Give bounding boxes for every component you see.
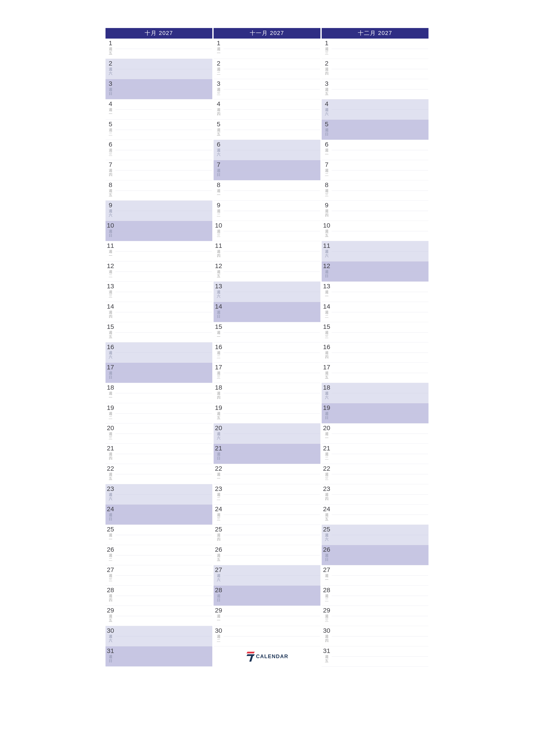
- day-label: 24週三: [214, 504, 223, 525]
- day-number: 25: [215, 526, 222, 533]
- day-row: 4週四: [214, 99, 320, 120]
- day-number: 28: [323, 586, 330, 594]
- day-row: 16週六: [106, 342, 212, 363]
- day-label: 1週三: [322, 39, 332, 59]
- day-label: 15週一: [214, 322, 223, 342]
- day-row: 8週五: [106, 180, 212, 201]
- day-content: [332, 99, 428, 120]
- day-row: 25週六: [322, 525, 428, 545]
- day-number: 22: [323, 465, 330, 472]
- day-label: 10週五: [322, 221, 332, 241]
- day-content: [115, 626, 212, 646]
- weekday-label: 週二: [109, 270, 113, 278]
- day-label: 25週六: [322, 525, 332, 545]
- weekday-label: 週一: [325, 432, 329, 440]
- day-number: 28: [107, 586, 114, 594]
- day-label: 18週六: [322, 383, 332, 403]
- day-row: 31週日: [106, 646, 212, 666]
- day-label: 29週一: [214, 606, 223, 626]
- weekday-label: 週三: [217, 88, 220, 96]
- days-container-0: 1週五2週六3週日4週一5週二6週三7週四8週五9週六10週日11週一12週二1…: [106, 39, 212, 666]
- day-row: 13週一: [322, 282, 428, 302]
- day-content: [115, 585, 212, 606]
- weekday-label: 週四: [109, 594, 113, 602]
- day-number: 12: [215, 262, 222, 270]
- weekday-label: 週日: [109, 655, 113, 663]
- day-content: [332, 585, 428, 606]
- day-number: 30: [323, 627, 330, 634]
- day-row: 11週一: [106, 241, 212, 261]
- day-number: 18: [215, 384, 222, 392]
- weekday-label: 週六: [109, 493, 113, 501]
- day-number: 27: [107, 566, 114, 574]
- day-number: 28: [215, 586, 222, 594]
- day-number: 1: [109, 40, 113, 47]
- day-label: 29週三: [322, 606, 332, 626]
- day-row: 23週六: [106, 484, 212, 504]
- day-label: 13週三: [106, 282, 115, 302]
- day-number: 7: [217, 161, 220, 169]
- day-label: 21週日: [214, 444, 223, 464]
- day-row: 9週六: [106, 201, 212, 221]
- day-row: 27週六: [214, 565, 320, 585]
- day-label: 13週六: [214, 282, 223, 302]
- day-number: 15: [107, 323, 114, 331]
- weekday-label: 週一: [325, 148, 329, 157]
- day-label: 23週六: [106, 484, 115, 504]
- day-row: 19週五: [214, 403, 320, 423]
- day-row: 15週一: [214, 322, 320, 342]
- month-title: 十月 2027: [106, 28, 212, 39]
- weekday-label: 週三: [325, 472, 329, 481]
- weekday-label: 週日: [325, 270, 329, 278]
- weekday-label: 週日: [109, 88, 113, 96]
- day-label: 17週五: [322, 363, 332, 383]
- day-row: 18週一: [106, 383, 212, 403]
- day-number: 17: [323, 364, 330, 371]
- day-number: 26: [215, 546, 222, 554]
- day-label: 6週六: [214, 140, 223, 160]
- day-row: 26週二: [106, 545, 212, 565]
- weekday-label: 週一: [109, 108, 113, 116]
- days-container-2: 1週三2週四3週五4週六5週日6週一7週二8週三9週四10週五11週六12週日1…: [322, 39, 428, 666]
- weekday-label: 週五: [109, 472, 113, 481]
- day-content: [223, 565, 320, 585]
- day-content: [115, 160, 212, 180]
- day-content: [115, 201, 212, 221]
- day-number: 1: [217, 40, 220, 47]
- day-row: 5週日: [322, 120, 428, 140]
- day-number: 8: [109, 181, 113, 189]
- weekday-label: 週日: [109, 513, 113, 521]
- day-content: [115, 423, 212, 444]
- day-row: 21週二: [322, 444, 428, 464]
- weekday-label: 週六: [109, 351, 113, 359]
- day-content: [223, 140, 320, 160]
- day-content: [332, 403, 428, 423]
- day-number: 5: [325, 121, 329, 128]
- day-label: 16週二: [214, 342, 223, 363]
- day-number: 11: [107, 242, 114, 250]
- day-content: [332, 180, 428, 201]
- day-number: 2: [109, 60, 113, 67]
- weekday-label: 週一: [217, 47, 220, 55]
- day-row: 31週五: [322, 646, 428, 666]
- day-number: 16: [323, 343, 330, 351]
- day-number: 17: [215, 364, 222, 371]
- day-number: 24: [107, 505, 114, 513]
- weekday-label: 週四: [217, 108, 220, 116]
- day-label: 4週一: [106, 99, 115, 120]
- day-row: 12週二: [106, 261, 212, 282]
- day-content: [115, 221, 212, 241]
- day-label: 30週二: [214, 626, 223, 646]
- day-content: [332, 241, 428, 261]
- day-content: [332, 39, 428, 59]
- day-number: 13: [215, 283, 222, 290]
- day-number: 22: [215, 465, 222, 472]
- day-label: 22週三: [322, 464, 332, 484]
- day-row: 13週六: [214, 282, 320, 302]
- day-content: [223, 261, 320, 282]
- day-label: 17週日: [106, 363, 115, 383]
- day-label: 19週日: [322, 403, 332, 423]
- day-row: 20週一: [322, 423, 428, 444]
- day-row: 6週六: [214, 140, 320, 160]
- day-number: 7: [325, 161, 329, 169]
